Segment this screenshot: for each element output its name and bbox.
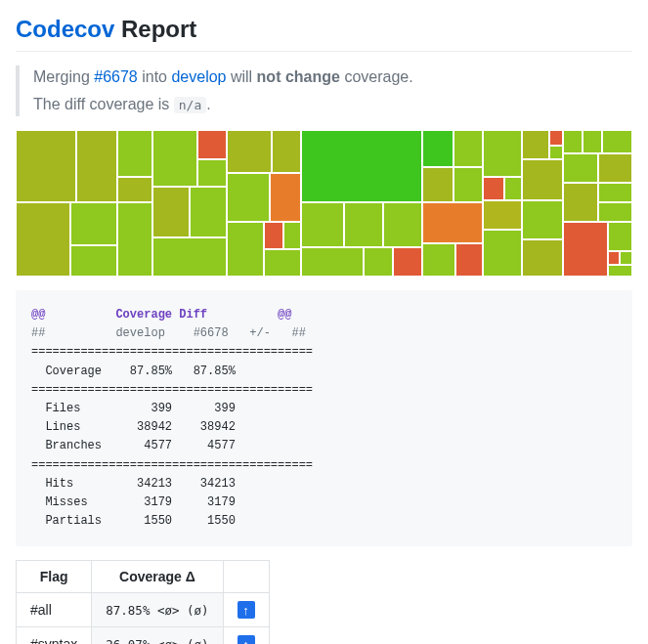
flag-coverage: 26.07% <ø> (ø): [92, 627, 223, 644]
text: will: [226, 68, 256, 85]
row-partials-head: 1550: [207, 514, 236, 528]
col-head: #6678: [194, 326, 229, 340]
row-branches-base: 4577: [144, 439, 172, 452]
row-partials-base: 1550: [144, 514, 172, 528]
row-lines-base: 38942: [137, 420, 172, 434]
row-hits-base: 34213: [137, 477, 172, 491]
flag-coverage: 87.85% <ø> (ø): [92, 593, 223, 627]
title-rest: Report: [114, 16, 196, 42]
row-lines-head: 38942: [200, 420, 236, 434]
diff-title: Coverage Diff: [115, 308, 207, 322]
summary-line-2: The diff coverage is n/a.: [33, 93, 619, 116]
flag-row: #syntax 26.07% <ø> (ø) ↑: [17, 627, 270, 644]
row-branches-head: 4577: [207, 439, 236, 452]
row-misses-label: Misses: [45, 495, 87, 509]
flag-carry-cell: ↑: [223, 593, 269, 627]
flag-name: #syntax: [17, 627, 92, 644]
report-title: Codecov Report: [16, 16, 632, 52]
diff-sep: ========================================: [31, 383, 313, 397]
row-files-label: Files: [45, 402, 80, 415]
flags-head-flag: Flag: [17, 561, 92, 593]
flags-head-carry: [223, 561, 269, 593]
diff-sep: ========================================: [31, 458, 313, 472]
diff-at: @@: [31, 308, 45, 322]
carryforward-icon[interactable]: ↑: [238, 635, 255, 644]
coverage-diff-block: @@ Coverage Diff @@ ## develop #6678 +/-…: [16, 290, 632, 546]
row-files-head: 399: [214, 402, 236, 415]
branch-link[interactable]: develop: [171, 68, 226, 85]
change-bold: not change: [257, 68, 340, 85]
diff-at: @@: [278, 308, 291, 322]
flag-row: #all 87.85% <ø> (ø) ↑: [17, 593, 270, 627]
row-hits-head: 34213: [200, 477, 236, 491]
row-misses-base: 3179: [144, 495, 172, 509]
coverage-treemap: [16, 130, 632, 277]
text: coverage.: [340, 68, 413, 85]
text: .: [206, 96, 210, 112]
diff-hash: ##: [31, 326, 45, 340]
text: The diff coverage is: [33, 96, 174, 112]
row-lines-label: Lines: [45, 420, 80, 434]
row-hits-label: Hits: [45, 477, 73, 491]
text: Merging: [33, 68, 94, 85]
summary-blockquote: Merging #6678 into develop will not chan…: [16, 65, 632, 116]
col-base: develop: [115, 326, 164, 340]
flags-head-coverage: Coverage Δ: [92, 561, 223, 593]
diff-hash: ##: [292, 326, 306, 340]
flags-table: Flag Coverage Δ #all 87.85% <ø> (ø) ↑ #s…: [16, 560, 270, 644]
row-branches-label: Branches: [45, 439, 102, 452]
row-files-base: 399: [151, 402, 172, 415]
diff-coverage-code: n/a: [174, 97, 206, 113]
treemap-image-link[interactable]: [16, 130, 632, 277]
coverage-diff: @@ Coverage Diff @@ ## develop #6678 +/-…: [31, 306, 617, 531]
row-misses-head: 3179: [207, 495, 236, 509]
pr-link[interactable]: #6678: [94, 68, 138, 85]
flag-name: #all: [17, 593, 92, 627]
text: into: [138, 68, 172, 85]
row-coverage-head: 87.85%: [194, 365, 236, 378]
flag-carry-cell: ↑: [223, 627, 269, 644]
carryforward-icon[interactable]: ↑: [238, 601, 255, 619]
summary-line-1: Merging #6678 into develop will not chan…: [33, 65, 619, 89]
row-coverage-label: Coverage: [45, 365, 102, 378]
col-delta: +/-: [249, 326, 271, 340]
brand-link[interactable]: Codecov: [16, 16, 114, 42]
row-partials-label: Partials: [45, 514, 102, 528]
diff-sep: ========================================: [31, 345, 313, 359]
row-coverage-base: 87.85%: [130, 365, 172, 378]
